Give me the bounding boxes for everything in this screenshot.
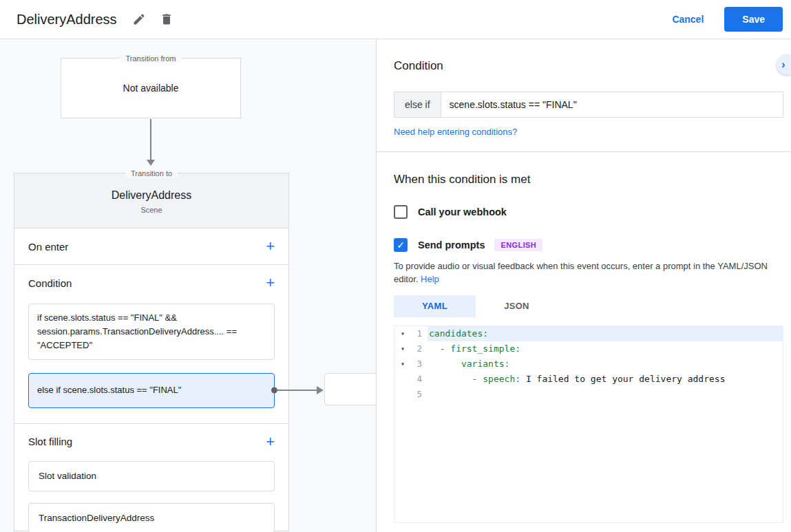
fold-arrow-icon[interactable]: ▾: [394, 326, 411, 341]
cancel-button[interactable]: Cancel: [672, 14, 704, 25]
divider: [377, 151, 791, 152]
conditions-help-link[interactable]: Need help entering conditions?: [394, 127, 517, 137]
send-prompts-checkbox[interactable]: ✓: [394, 238, 408, 252]
transition-arrow-line: [150, 119, 151, 160]
send-prompts-row: ✓ Send prompts ENGLISH: [394, 238, 783, 252]
when-met-heading: When this condition is met: [394, 173, 783, 187]
save-button[interactable]: Save: [724, 7, 783, 32]
code-token-punct: -: [429, 374, 483, 384]
code-text[interactable]: - first_simple:: [428, 341, 783, 357]
code-line[interactable]: ▾2 - first_simple:: [394, 341, 783, 357]
connector-line: [277, 390, 318, 391]
scene-card-header[interactable]: DeliveryAddress Scene: [14, 173, 288, 228]
transition-target-box[interactable]: [324, 373, 376, 405]
scene-type: Scene: [14, 206, 288, 214]
line-number: 5: [411, 387, 428, 402]
condition-section-row: Condition +: [14, 265, 288, 301]
code-token-key: speech:: [483, 374, 520, 384]
tab-yaml[interactable]: YAML: [394, 295, 476, 317]
on-enter-label: On enter: [28, 241, 68, 253]
slot-filling-row: Slot filling +: [14, 424, 288, 460]
language-badge: ENGLISH: [494, 239, 542, 251]
transition-arrow-head: [147, 160, 155, 166]
transition-from-label: Transition from: [120, 54, 182, 63]
check-icon: ✓: [397, 240, 405, 250]
code-token-value: I failed to get your delivery address: [520, 374, 725, 384]
condition-item-if[interactable]: if scene.slots.status == "FINAL" && sess…: [28, 304, 275, 360]
slot-item-validation[interactable]: Slot validation: [28, 461, 275, 491]
transition-from-box: Transition from Not available: [61, 58, 241, 118]
app-header: DeliveryAddress Cancel Save: [0, 0, 791, 39]
slot-item-transaction-delivery-address[interactable]: TransactionDeliveryAddress: [28, 503, 275, 532]
line-number: 1: [411, 326, 428, 341]
scene-diagram-panel: Transition from Not available Transition…: [0, 39, 376, 532]
add-slot-button[interactable]: +: [266, 434, 275, 449]
code-token-key: candidates:: [429, 328, 488, 339]
fold-arrow-icon[interactable]: ▾: [394, 341, 411, 357]
webhook-row: Call your webhook: [394, 205, 783, 219]
slot-filling-label: Slot filling: [28, 436, 72, 447]
condition-detail-panel: › Condition else if Need help entering c…: [376, 39, 791, 532]
code-text[interactable]: candidates:: [428, 326, 783, 341]
transition-from-content: Not available: [61, 58, 240, 118]
condition-prefix-label: else if: [394, 92, 441, 118]
line-number: 4: [411, 372, 428, 387]
webhook-label: Call your webhook: [418, 206, 507, 217]
page-title: DeliveryAddress: [17, 12, 117, 28]
condition-section-label: Condition: [28, 277, 72, 289]
code-text[interactable]: [428, 387, 783, 402]
editor-format-tabs: YAML JSON: [394, 295, 783, 317]
header-actions: Cancel Save: [672, 7, 783, 32]
panel-title: Condition: [394, 59, 783, 73]
webhook-checkbox[interactable]: [394, 205, 408, 219]
help-link[interactable]: Help: [421, 274, 439, 284]
pencil-icon: [132, 12, 146, 26]
code-line[interactable]: ▾1candidates:: [394, 326, 783, 341]
line-number: 3: [411, 357, 428, 372]
code-text[interactable]: variants:: [428, 357, 783, 372]
on-enter-row: On enter +: [14, 228, 288, 264]
condition-expression-input[interactable]: [441, 92, 783, 118]
line-number: 2: [411, 341, 428, 357]
description-text: To provide audio or visual feedback when…: [394, 261, 768, 284]
condition-item-elseif[interactable]: else if scene.slots.status == "FINAL": [28, 373, 275, 407]
scene-card: Transition to DeliveryAddress Scene On e…: [14, 173, 289, 531]
code-line[interactable]: 5: [394, 387, 783, 402]
code-editor-lines: ▾1candidates:▾2 - first_simple:▾3 varian…: [394, 326, 783, 402]
edit-title-button[interactable]: [127, 7, 151, 32]
code-line[interactable]: ▾3 variants:: [394, 357, 783, 372]
scene-name: DeliveryAddress: [14, 189, 288, 202]
tab-json[interactable]: JSON: [476, 295, 558, 317]
condition-item-text: else if scene.slots.status == "FINAL": [37, 385, 181, 395]
fold-arrow-icon[interactable]: ▾: [394, 357, 411, 372]
add-on-enter-button[interactable]: +: [266, 239, 275, 254]
code-token-punct: -: [429, 343, 450, 354]
header-title-group: DeliveryAddress: [17, 7, 179, 32]
code-token-key: variants:: [461, 359, 509, 369]
code-text[interactable]: - speech: I failed to get your delivery …: [428, 372, 783, 387]
transition-to-label: Transition to: [125, 169, 178, 178]
fold-spacer: [394, 372, 411, 387]
prompt-description: To provide audio or visual feedback when…: [394, 260, 783, 286]
code-token-key: first_simple:: [450, 343, 520, 354]
chevron-right-icon: ›: [781, 58, 785, 72]
fold-spacer: [394, 387, 411, 402]
connector-arrow-head: [317, 386, 324, 394]
code-editor[interactable]: ▾1candidates:▾2 - first_simple:▾3 varian…: [394, 326, 783, 523]
add-condition-button[interactable]: +: [266, 275, 275, 290]
condition-editor-row: else if: [394, 92, 783, 118]
code-line[interactable]: 4 - speech: I failed to get your deliver…: [394, 372, 783, 387]
code-token-punct: [429, 359, 461, 369]
trash-icon: [160, 12, 173, 26]
delete-scene-button[interactable]: [154, 7, 179, 32]
send-prompts-label: Send prompts: [418, 240, 485, 251]
